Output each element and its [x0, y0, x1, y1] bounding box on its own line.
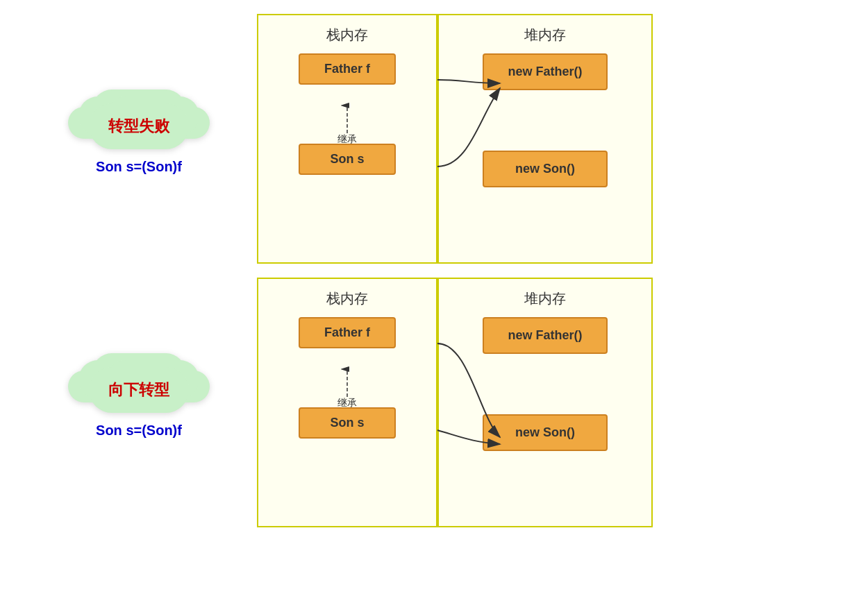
- son-var-top: Son s: [299, 144, 396, 175]
- inherit-arrow-svg-bottom: [337, 362, 358, 400]
- cloud-fail: 转型失败: [89, 103, 189, 149]
- left-label-bottom: 向下转型 Son s=(Son)f: [21, 367, 257, 439]
- heap-title-bottom: 堆内存: [446, 289, 644, 308]
- stack-box-top: 栈内存 Father f 继承 Son s: [257, 14, 437, 264]
- heap-box-top: 堆内存 new Father() new Son(): [437, 14, 653, 264]
- formula-bottom: Son s=(Son)f: [96, 423, 182, 439]
- inherit-area-bottom: 继承: [337, 362, 358, 409]
- inherit-area-top: 继承: [337, 99, 358, 146]
- stack-title-bottom: 栈内存: [265, 289, 429, 308]
- cloud-down-text: 向下转型: [108, 381, 169, 398]
- father-var-top: Father f: [299, 53, 396, 85]
- cloud-fail-text: 转型失败: [108, 117, 169, 135]
- heap-father-top: new Father(): [483, 53, 608, 90]
- heap-father-bottom: new Father(): [483, 317, 608, 354]
- diagram-bottom: 栈内存 Father f 继承 Son s: [257, 278, 653, 527]
- father-var-bottom: Father f: [299, 317, 396, 348]
- formula-top: Son s=(Son)f: [96, 159, 182, 175]
- son-var-bottom: Son s: [299, 407, 396, 439]
- cloud-down: 向下转型: [89, 367, 189, 413]
- diagram-top: 栈内存 Father f 继承 Son s: [257, 14, 653, 264]
- heap-box-bottom: 堆内存 new Father() new Son(): [437, 278, 653, 527]
- inherit-arrow-svg-top: [337, 99, 358, 137]
- heap-son-bottom: new Son(): [483, 414, 608, 451]
- heap-son-top: new Son(): [483, 151, 608, 187]
- heap-title-top: 堆内存: [446, 26, 644, 44]
- stack-box-bottom: 栈内存 Father f 继承 Son s: [257, 278, 437, 527]
- stack-title-top: 栈内存: [265, 26, 429, 44]
- left-label-top: 转型失败 Son s=(Son)f: [21, 103, 257, 175]
